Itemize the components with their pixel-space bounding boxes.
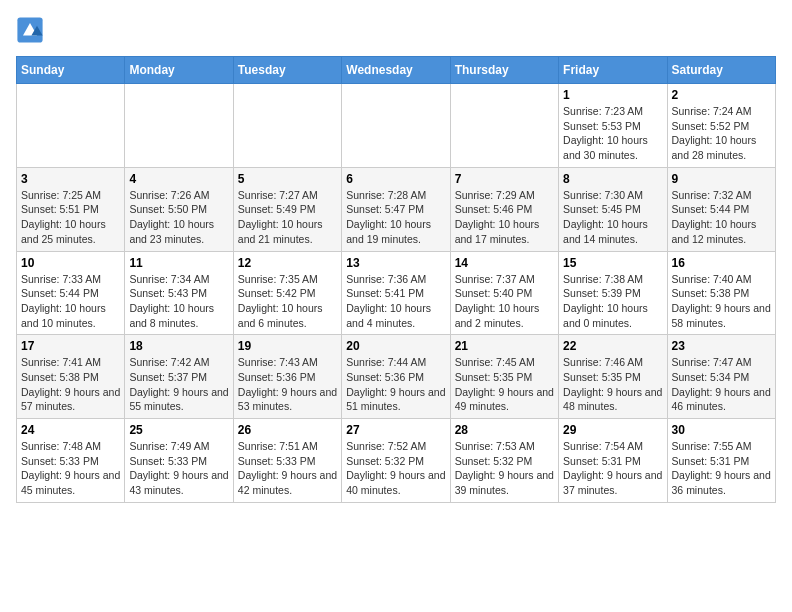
day-number: 3 bbox=[21, 172, 120, 186]
day-info: Sunrise: 7:25 AMSunset: 5:51 PMDaylight:… bbox=[21, 188, 120, 247]
calendar-cell: 10Sunrise: 7:33 AMSunset: 5:44 PMDayligh… bbox=[17, 251, 125, 335]
day-info: Sunrise: 7:48 AMSunset: 5:33 PMDaylight:… bbox=[21, 439, 120, 498]
day-info: Sunrise: 7:53 AMSunset: 5:32 PMDaylight:… bbox=[455, 439, 554, 498]
weekday-header: Thursday bbox=[450, 57, 558, 84]
day-info: Sunrise: 7:28 AMSunset: 5:47 PMDaylight:… bbox=[346, 188, 445, 247]
calendar-cell: 7Sunrise: 7:29 AMSunset: 5:46 PMDaylight… bbox=[450, 167, 558, 251]
calendar-cell: 16Sunrise: 7:40 AMSunset: 5:38 PMDayligh… bbox=[667, 251, 775, 335]
calendar-cell: 3Sunrise: 7:25 AMSunset: 5:51 PMDaylight… bbox=[17, 167, 125, 251]
day-number: 30 bbox=[672, 423, 771, 437]
calendar-cell: 18Sunrise: 7:42 AMSunset: 5:37 PMDayligh… bbox=[125, 335, 233, 419]
day-info: Sunrise: 7:38 AMSunset: 5:39 PMDaylight:… bbox=[563, 272, 662, 331]
day-info: Sunrise: 7:42 AMSunset: 5:37 PMDaylight:… bbox=[129, 355, 228, 414]
day-number: 27 bbox=[346, 423, 445, 437]
calendar-cell: 4Sunrise: 7:26 AMSunset: 5:50 PMDaylight… bbox=[125, 167, 233, 251]
day-info: Sunrise: 7:24 AMSunset: 5:52 PMDaylight:… bbox=[672, 104, 771, 163]
day-info: Sunrise: 7:46 AMSunset: 5:35 PMDaylight:… bbox=[563, 355, 662, 414]
calendar-header-row: SundayMondayTuesdayWednesdayThursdayFrid… bbox=[17, 57, 776, 84]
day-number: 5 bbox=[238, 172, 337, 186]
day-info: Sunrise: 7:35 AMSunset: 5:42 PMDaylight:… bbox=[238, 272, 337, 331]
calendar-cell: 12Sunrise: 7:35 AMSunset: 5:42 PMDayligh… bbox=[233, 251, 341, 335]
calendar-cell: 27Sunrise: 7:52 AMSunset: 5:32 PMDayligh… bbox=[342, 419, 450, 503]
day-info: Sunrise: 7:33 AMSunset: 5:44 PMDaylight:… bbox=[21, 272, 120, 331]
calendar-cell: 13Sunrise: 7:36 AMSunset: 5:41 PMDayligh… bbox=[342, 251, 450, 335]
day-number: 11 bbox=[129, 256, 228, 270]
weekday-header: Wednesday bbox=[342, 57, 450, 84]
calendar-cell: 1Sunrise: 7:23 AMSunset: 5:53 PMDaylight… bbox=[559, 84, 667, 168]
calendar-cell: 15Sunrise: 7:38 AMSunset: 5:39 PMDayligh… bbox=[559, 251, 667, 335]
day-number: 26 bbox=[238, 423, 337, 437]
calendar-cell bbox=[17, 84, 125, 168]
day-info: Sunrise: 7:40 AMSunset: 5:38 PMDaylight:… bbox=[672, 272, 771, 331]
day-number: 18 bbox=[129, 339, 228, 353]
calendar-week-row: 17Sunrise: 7:41 AMSunset: 5:38 PMDayligh… bbox=[17, 335, 776, 419]
logo bbox=[16, 16, 48, 44]
day-number: 10 bbox=[21, 256, 120, 270]
day-info: Sunrise: 7:23 AMSunset: 5:53 PMDaylight:… bbox=[563, 104, 662, 163]
day-number: 6 bbox=[346, 172, 445, 186]
calendar-cell: 19Sunrise: 7:43 AMSunset: 5:36 PMDayligh… bbox=[233, 335, 341, 419]
day-info: Sunrise: 7:44 AMSunset: 5:36 PMDaylight:… bbox=[346, 355, 445, 414]
calendar-week-row: 1Sunrise: 7:23 AMSunset: 5:53 PMDaylight… bbox=[17, 84, 776, 168]
calendar-cell: 30Sunrise: 7:55 AMSunset: 5:31 PMDayligh… bbox=[667, 419, 775, 503]
calendar-cell bbox=[342, 84, 450, 168]
calendar-cell: 21Sunrise: 7:45 AMSunset: 5:35 PMDayligh… bbox=[450, 335, 558, 419]
calendar-cell bbox=[233, 84, 341, 168]
calendar-week-row: 3Sunrise: 7:25 AMSunset: 5:51 PMDaylight… bbox=[17, 167, 776, 251]
day-info: Sunrise: 7:27 AMSunset: 5:49 PMDaylight:… bbox=[238, 188, 337, 247]
calendar-table: SundayMondayTuesdayWednesdayThursdayFrid… bbox=[16, 56, 776, 503]
calendar-cell: 22Sunrise: 7:46 AMSunset: 5:35 PMDayligh… bbox=[559, 335, 667, 419]
calendar-cell: 25Sunrise: 7:49 AMSunset: 5:33 PMDayligh… bbox=[125, 419, 233, 503]
day-number: 7 bbox=[455, 172, 554, 186]
calendar-cell: 23Sunrise: 7:47 AMSunset: 5:34 PMDayligh… bbox=[667, 335, 775, 419]
day-info: Sunrise: 7:54 AMSunset: 5:31 PMDaylight:… bbox=[563, 439, 662, 498]
weekday-header: Saturday bbox=[667, 57, 775, 84]
day-number: 14 bbox=[455, 256, 554, 270]
day-number: 29 bbox=[563, 423, 662, 437]
day-number: 15 bbox=[563, 256, 662, 270]
day-info: Sunrise: 7:43 AMSunset: 5:36 PMDaylight:… bbox=[238, 355, 337, 414]
day-info: Sunrise: 7:26 AMSunset: 5:50 PMDaylight:… bbox=[129, 188, 228, 247]
calendar-cell: 6Sunrise: 7:28 AMSunset: 5:47 PMDaylight… bbox=[342, 167, 450, 251]
day-number: 12 bbox=[238, 256, 337, 270]
calendar-cell: 20Sunrise: 7:44 AMSunset: 5:36 PMDayligh… bbox=[342, 335, 450, 419]
day-info: Sunrise: 7:51 AMSunset: 5:33 PMDaylight:… bbox=[238, 439, 337, 498]
calendar-cell bbox=[125, 84, 233, 168]
day-info: Sunrise: 7:47 AMSunset: 5:34 PMDaylight:… bbox=[672, 355, 771, 414]
day-number: 13 bbox=[346, 256, 445, 270]
calendar-cell: 29Sunrise: 7:54 AMSunset: 5:31 PMDayligh… bbox=[559, 419, 667, 503]
day-info: Sunrise: 7:45 AMSunset: 5:35 PMDaylight:… bbox=[455, 355, 554, 414]
day-number: 23 bbox=[672, 339, 771, 353]
day-info: Sunrise: 7:49 AMSunset: 5:33 PMDaylight:… bbox=[129, 439, 228, 498]
weekday-header: Sunday bbox=[17, 57, 125, 84]
calendar-cell: 17Sunrise: 7:41 AMSunset: 5:38 PMDayligh… bbox=[17, 335, 125, 419]
day-info: Sunrise: 7:34 AMSunset: 5:43 PMDaylight:… bbox=[129, 272, 228, 331]
calendar-cell: 26Sunrise: 7:51 AMSunset: 5:33 PMDayligh… bbox=[233, 419, 341, 503]
weekday-header: Friday bbox=[559, 57, 667, 84]
calendar-week-row: 10Sunrise: 7:33 AMSunset: 5:44 PMDayligh… bbox=[17, 251, 776, 335]
calendar-cell: 24Sunrise: 7:48 AMSunset: 5:33 PMDayligh… bbox=[17, 419, 125, 503]
day-number: 17 bbox=[21, 339, 120, 353]
day-number: 25 bbox=[129, 423, 228, 437]
day-info: Sunrise: 7:41 AMSunset: 5:38 PMDaylight:… bbox=[21, 355, 120, 414]
day-info: Sunrise: 7:30 AMSunset: 5:45 PMDaylight:… bbox=[563, 188, 662, 247]
calendar-cell bbox=[450, 84, 558, 168]
day-number: 9 bbox=[672, 172, 771, 186]
day-number: 24 bbox=[21, 423, 120, 437]
weekday-header: Tuesday bbox=[233, 57, 341, 84]
day-number: 4 bbox=[129, 172, 228, 186]
weekday-header: Monday bbox=[125, 57, 233, 84]
day-info: Sunrise: 7:55 AMSunset: 5:31 PMDaylight:… bbox=[672, 439, 771, 498]
page-header bbox=[16, 16, 776, 44]
calendar-cell: 9Sunrise: 7:32 AMSunset: 5:44 PMDaylight… bbox=[667, 167, 775, 251]
day-number: 2 bbox=[672, 88, 771, 102]
day-number: 16 bbox=[672, 256, 771, 270]
day-info: Sunrise: 7:29 AMSunset: 5:46 PMDaylight:… bbox=[455, 188, 554, 247]
day-number: 21 bbox=[455, 339, 554, 353]
logo-icon bbox=[16, 16, 44, 44]
calendar-cell: 8Sunrise: 7:30 AMSunset: 5:45 PMDaylight… bbox=[559, 167, 667, 251]
day-number: 19 bbox=[238, 339, 337, 353]
day-number: 20 bbox=[346, 339, 445, 353]
day-info: Sunrise: 7:36 AMSunset: 5:41 PMDaylight:… bbox=[346, 272, 445, 331]
calendar-cell: 28Sunrise: 7:53 AMSunset: 5:32 PMDayligh… bbox=[450, 419, 558, 503]
